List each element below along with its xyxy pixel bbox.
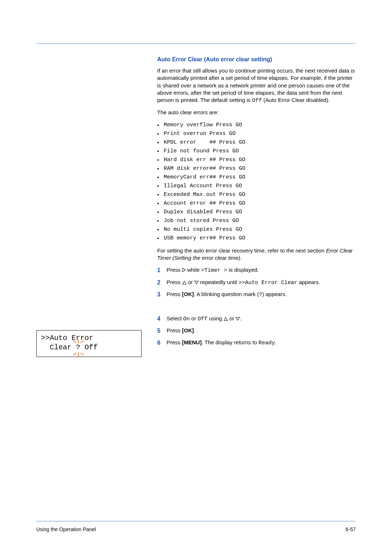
t: or xyxy=(190,315,198,321)
lcd-line-2: Clear ? Off xyxy=(41,343,137,352)
step-5: 5 Press [OK]. xyxy=(157,327,356,335)
t: or xyxy=(187,279,195,285)
list-item: Print overrun Press GO xyxy=(157,130,356,138)
footer-right: 6-57 xyxy=(346,526,356,532)
step-text: Press or repeatedly until >>Auto Error C… xyxy=(167,278,320,287)
error-list: Memory overflow Press GO Print overrun P… xyxy=(157,121,356,243)
down-triangle-icon xyxy=(194,281,199,284)
errors-intro: The auto clear errors are: xyxy=(157,109,356,116)
list-item: File not found Press GO xyxy=(157,147,356,156)
code: >Timer > xyxy=(201,267,227,274)
list-item: Job not stored Press GO xyxy=(157,217,356,225)
t: using xyxy=(208,315,224,321)
t: . A blinking question mark ( xyxy=(194,291,259,297)
content-area: Auto Error Clear (Auto error clear setti… xyxy=(36,56,356,351)
list-item: Duplex disabled Press GO xyxy=(157,208,356,217)
down-triangle-icon xyxy=(236,317,240,321)
list-item: Memory overflow Press GO xyxy=(157,121,356,130)
t: repeatedly until xyxy=(199,279,238,285)
step-text: Press [OK]. xyxy=(167,327,195,335)
t: while xyxy=(186,267,201,273)
step-3: 3 Press [OK]. A blinking question mark (… xyxy=(157,290,356,299)
blinking-question-mark: ? xyxy=(76,343,80,352)
intro-code: Off xyxy=(252,98,262,104)
code: Ready xyxy=(258,340,275,346)
recovery-pre: For setting the auto error clear recover… xyxy=(157,247,326,254)
recovery-post: . xyxy=(240,255,242,261)
t: ) appears. xyxy=(262,291,287,297)
t: Clear xyxy=(41,343,76,352)
step-text: Press [MENU]. The display returns to Rea… xyxy=(167,338,276,348)
page: Auto Error Clear (Auto error clear setti… xyxy=(0,0,392,554)
list-item: USB memory err## Press GO xyxy=(157,234,356,243)
list-item: Exceeded Max.out Press GO xyxy=(157,190,356,199)
step-number: 2 xyxy=(157,278,167,287)
step-number: 1 xyxy=(157,266,167,275)
intro-paragraph: If an error that still allows you to con… xyxy=(157,67,356,104)
step-number: 4 xyxy=(157,315,167,324)
t: appears. xyxy=(297,279,320,285)
steps-list-continued: 4 Select On or Off using or . 5 Press [O… xyxy=(157,315,356,348)
up-triangle-icon xyxy=(224,317,228,321)
t: Press xyxy=(167,327,182,333)
right-triangle-icon xyxy=(182,268,186,272)
step-1: 1 Press while >Timer > is displayed. xyxy=(157,266,356,275)
step-6: 6 Press [MENU]. The display returns to R… xyxy=(157,338,356,348)
step-text: Press while >Timer > is displayed. xyxy=(167,266,259,275)
code: >>Auto Error Clear xyxy=(238,280,297,286)
footer-left: Using the Operation Panel xyxy=(36,526,96,532)
code: ? xyxy=(259,292,262,298)
t: Off xyxy=(80,343,98,352)
main-column-continued: 4 Select On or Off using or . 5 Press [O… xyxy=(157,315,356,348)
list-item: RAM disk error## Press GO xyxy=(157,164,356,173)
t: or xyxy=(228,315,236,321)
step-number: 5 xyxy=(157,327,167,335)
bottom-divider xyxy=(36,521,356,521)
main-column: Auto Error Clear (Auto error clear setti… xyxy=(157,56,356,299)
top-divider xyxy=(36,44,356,44)
step-text: Select On or Off using or . xyxy=(167,315,242,324)
t: . xyxy=(194,327,195,333)
lcd-line-1: >>Auto Error xyxy=(41,333,137,343)
code: Off xyxy=(198,316,208,322)
bold: [MENU] xyxy=(182,339,202,345)
list-item: Hard disk err ## Press GO xyxy=(157,156,356,164)
t: . xyxy=(275,339,276,345)
t: . xyxy=(240,315,241,321)
list-item: Account error ## Press GO xyxy=(157,199,356,208)
steps-list: 1 Press while >Timer > is displayed. 2 P… xyxy=(157,266,356,299)
list-item: MemoryCard err## Press GO xyxy=(157,173,356,182)
section-heading: Auto Error Clear (Auto error clear setti… xyxy=(157,56,356,63)
q: ? xyxy=(76,343,80,352)
t: Select xyxy=(167,315,183,321)
step-number: 3 xyxy=(157,290,167,299)
t: Press xyxy=(167,339,182,345)
t: is displayed. xyxy=(227,267,259,273)
bold: [OK] xyxy=(182,291,194,297)
list-item: Illegal Account Press GO xyxy=(157,182,356,190)
step-text: Press [OK]. A blinking question mark (?)… xyxy=(167,290,287,299)
step-4: 4 Select On or Off using or . xyxy=(157,315,356,324)
lcd-display: >>Auto Error Clear ? Off xyxy=(36,330,142,357)
up-triangle-icon xyxy=(182,281,187,284)
t: Press xyxy=(167,267,182,273)
list-item: KPDL error ## Press GO xyxy=(157,138,356,147)
t: Press xyxy=(167,291,182,297)
intro-post: (Auto Error Clear disabled). xyxy=(262,97,330,103)
t: . The display returns to xyxy=(202,339,258,345)
bold: [OK] xyxy=(182,327,194,333)
recovery-paragraph: For setting the auto error clear recover… xyxy=(157,247,356,262)
step-number: 6 xyxy=(157,338,167,348)
t: Press xyxy=(167,279,182,285)
list-item: No multi copies Press GO xyxy=(157,225,356,234)
step-2: 2 Press or repeatedly until >>Auto Error… xyxy=(157,278,356,287)
code: On xyxy=(183,316,190,322)
footer: Using the Operation Panel 6-57 xyxy=(36,526,356,532)
